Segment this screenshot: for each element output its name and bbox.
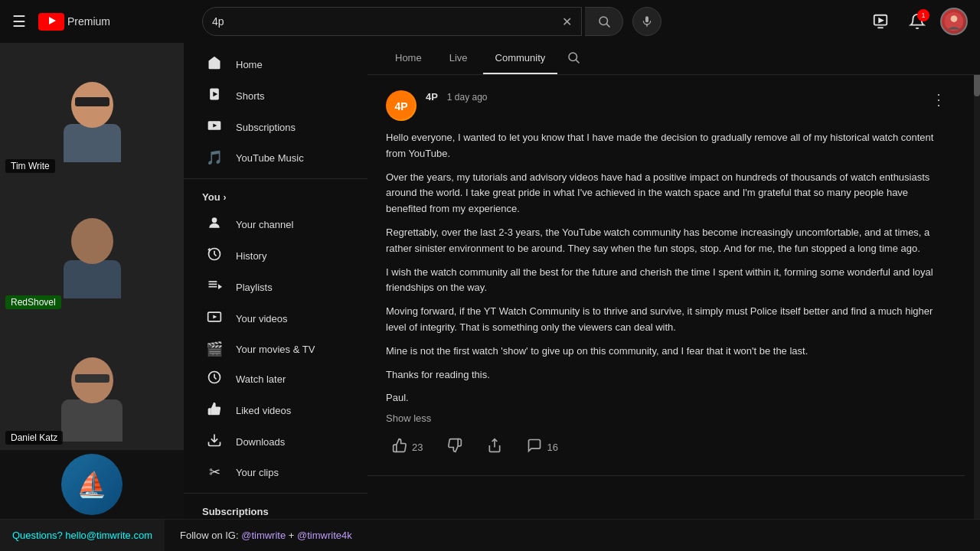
clips-icon: ✂ [205, 464, 224, 481]
post-author: 4P [426, 91, 438, 103]
post-paragraph-8: Paul. [386, 390, 946, 406]
post-paragraph-5: Moving forward, if the YT Watch Communit… [386, 304, 946, 336]
sidebar-item-shorts[interactable]: Shorts [187, 80, 364, 112]
post-meta: 4P 1 day ago [426, 90, 922, 103]
tab-live[interactable]: Live [437, 43, 480, 74]
svg-line-3 [606, 24, 609, 27]
sidebar-item-your-channel[interactable]: Your channel [187, 209, 364, 240]
downloads-icon [205, 432, 224, 452]
notification-badge: 1 [917, 9, 929, 21]
music-icon: 🎵 [205, 149, 224, 166]
header: ☰ Premium ✕ [0, 0, 980, 43]
shorts-icon [205, 86, 224, 106]
bottom-bar: Questions? hello@timwrite.com Follow on … [0, 519, 980, 551]
webcam-label-2: RedShovel [5, 295, 61, 309]
sidebar-subscriptions-label: Subscriptions [236, 122, 296, 133]
search-bar: ✕ [202, 7, 662, 36]
post-actions: 23 [386, 435, 946, 460]
channel-tabs: Home Live Community [368, 43, 980, 75]
your-clips-label: Your clips [236, 467, 279, 478]
sidebar-item-your-clips[interactable]: ✂ Your clips [187, 458, 364, 487]
sidebar: Home Shorts Subscriptions 🎵 YouTube M [184, 43, 368, 519]
post-paragraph-3: Regrettably, over the last 2-3 years, th… [386, 225, 946, 257]
search-input[interactable] [212, 15, 562, 28]
movies-icon: 🎬 [205, 341, 224, 357]
chevron-right-icon: › [224, 192, 227, 203]
clear-search-icon[interactable]: ✕ [562, 15, 572, 29]
history-label: History [236, 250, 266, 262]
sidebar-item-your-movies[interactable]: 🎬 Your movies & TV [187, 334, 364, 364]
sidebar-item-playlists[interactable]: Playlists [187, 272, 364, 303]
post-options-button[interactable]: ⋮ [931, 90, 946, 109]
your-channel-label: Your channel [236, 219, 293, 230]
svg-marker-22 [213, 315, 217, 319]
watch-later-label: Watch later [236, 373, 286, 385]
notifications-icon[interactable]: 1 [903, 8, 931, 35]
post-paragraph-4: I wish the watch community all the best … [386, 265, 946, 297]
sidebar-divider-1 [184, 178, 368, 179]
sidebar-item-youtube-music[interactable]: 🎵 YouTube Music [187, 143, 364, 172]
header-left: ☰ Premium [12, 12, 196, 31]
upload-icon[interactable] [867, 8, 894, 35]
menu-icon[interactable]: ☰ [12, 12, 26, 31]
svg-marker-7 [879, 18, 883, 22]
sidebar-item-liked-videos[interactable]: Liked videos [187, 395, 364, 426]
voice-search-button[interactable] [632, 7, 662, 36]
sidebar-item-your-videos[interactable]: Your videos [187, 303, 364, 334]
logo[interactable]: Premium [38, 13, 110, 31]
post-paragraph-7: Thanks for reading this. [386, 367, 946, 383]
svg-point-10 [951, 15, 958, 22]
post-author-avatar[interactable]: 4P [386, 90, 416, 121]
svg-text:4P: 4P [394, 100, 407, 112]
webcam-face-2 [1, 179, 183, 313]
liked-videos-icon [205, 401, 224, 420]
share-button[interactable] [481, 435, 508, 460]
downloads-label: Downloads [236, 436, 285, 448]
webcam-slot-3: Daniel Katz [0, 315, 184, 450]
svg-point-2 [599, 17, 608, 25]
post-header: 4P 4P 1 day ago ⋮ [386, 90, 946, 121]
post-paragraph-2: Over the years, my tutorials and advisor… [386, 170, 946, 217]
sidebar-divider-2 [184, 493, 368, 494]
user-avatar[interactable] [940, 8, 968, 35]
tab-community[interactable]: Community [483, 43, 558, 74]
contact-text: Questions? hello@timwrite.com [12, 530, 152, 541]
boat-avatar: ⛵ [61, 454, 122, 515]
scrollbar[interactable] [974, 43, 980, 519]
search-button[interactable] [585, 7, 623, 36]
sidebar-item-subscriptions[interactable]: Subscriptions [187, 112, 364, 143]
sidebar-item-home[interactable]: Home [187, 49, 364, 80]
tab-search-icon[interactable] [560, 44, 586, 73]
bottom-bar-left: Questions? hello@timwrite.com [0, 520, 165, 551]
playlists-icon [205, 278, 224, 297]
sidebar-item-history[interactable]: History [187, 240, 364, 272]
ig-handle-2[interactable]: @timwrite4k [297, 530, 352, 541]
post-paragraph-1: Hello everyone, I wanted to let you know… [386, 130, 946, 162]
sidebar-item-downloads[interactable]: Downloads [187, 426, 364, 458]
webcam-label-1: Tim Write [5, 159, 55, 173]
like-icon [392, 438, 407, 457]
like-button[interactable]: 23 [386, 435, 429, 460]
sidebar-item-watch-later[interactable]: Watch later [187, 364, 364, 395]
content-area[interactable]: Home Live Community 4P 4P [368, 43, 980, 519]
you-section[interactable]: You › [184, 185, 368, 209]
ig-handle-1[interactable]: @timwrite [241, 530, 286, 541]
dislike-icon [447, 438, 462, 457]
watch-later-icon [205, 370, 224, 389]
dislike-button[interactable] [441, 435, 469, 460]
subscriptions-section-label: Subscriptions [202, 506, 269, 517]
history-icon [205, 246, 224, 266]
tab-home[interactable]: Home [383, 43, 434, 74]
comment-button[interactable]: 16 [521, 435, 564, 460]
header-right: 1 [867, 8, 968, 35]
youtube-logo [38, 13, 64, 31]
search-input-wrap[interactable]: ✕ [202, 7, 582, 36]
post-body: Hello everyone, I wanted to let you know… [386, 130, 946, 406]
like-count: 23 [412, 442, 423, 453]
webcam-face-1 [1, 44, 183, 178]
svg-point-15 [212, 217, 217, 223]
show-less-button[interactable]: Show less [386, 412, 946, 424]
main-layout: Tim Write RedShovel [0, 43, 980, 519]
comment-count: 16 [547, 442, 557, 453]
bottom-bar-right: Follow on IG: @timwrite + @timwrite4k [165, 530, 368, 541]
